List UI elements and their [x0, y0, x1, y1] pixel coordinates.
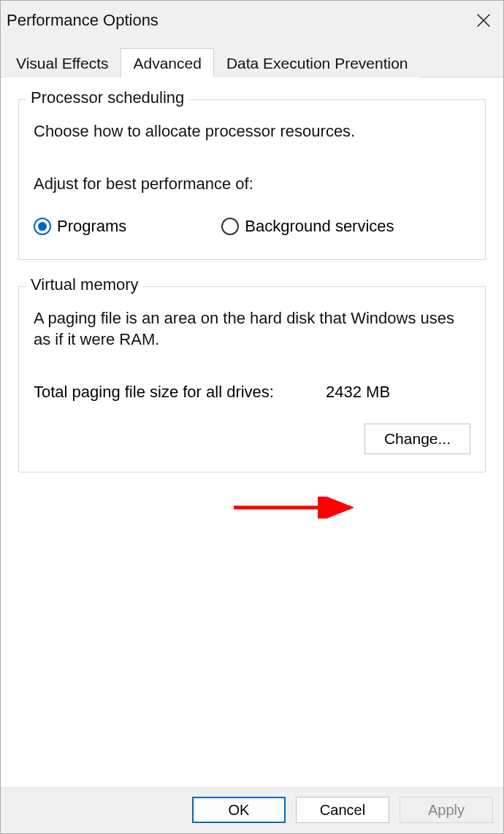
- radio-programs[interactable]: Programs: [34, 217, 126, 236]
- radio-icon: [34, 218, 51, 235]
- processor-scheduling-group: Processor scheduling Choose how to alloc…: [18, 99, 486, 260]
- processor-scheduling-title: Processor scheduling: [26, 88, 188, 107]
- close-button[interactable]: [464, 1, 503, 40]
- close-icon: [476, 12, 492, 28]
- performance-options-dialog: Performance Options Visual Effects Advan…: [0, 0, 504, 834]
- change-button-row: Change...: [34, 424, 470, 454]
- tab-strip: Visual Effects Advanced Data Execution P…: [1, 40, 503, 77]
- radio-background-label: Background services: [245, 217, 394, 236]
- tab-content-advanced: Processor scheduling Choose how to alloc…: [1, 77, 503, 787]
- apply-button: Apply: [400, 797, 493, 823]
- processor-scheduling-subtitle: Adjust for best performance of:: [34, 175, 470, 194]
- cancel-button[interactable]: Cancel: [296, 797, 389, 823]
- title-bar: Performance Options: [1, 1, 503, 40]
- paging-file-size-label: Total paging file size for all drives:: [34, 383, 326, 402]
- dialog-button-bar: OK Cancel Apply: [1, 787, 503, 833]
- virtual-memory-title: Virtual memory: [26, 275, 143, 294]
- tab-advanced[interactable]: Advanced: [121, 48, 213, 77]
- radio-row: Programs Background services: [34, 217, 470, 236]
- virtual-memory-group: Virtual memory A paging file is an area …: [18, 286, 486, 473]
- radio-background-services[interactable]: Background services: [221, 217, 394, 236]
- virtual-memory-description: A paging file is an area on the hard dis…: [34, 307, 470, 351]
- arrow-annotation-icon: [230, 497, 362, 519]
- change-button[interactable]: Change...: [364, 424, 470, 454]
- paging-file-size-row: Total paging file size for all drives: 2…: [34, 383, 470, 402]
- radio-icon: [221, 218, 239, 235]
- tab-visual-effects[interactable]: Visual Effects: [4, 48, 121, 77]
- tab-data-execution-prevention[interactable]: Data Execution Prevention: [214, 48, 421, 77]
- dialog-title: Performance Options: [7, 11, 159, 30]
- radio-programs-label: Programs: [57, 217, 126, 236]
- processor-scheduling-description: Choose how to allocate processor resourc…: [34, 120, 470, 142]
- ok-button[interactable]: OK: [192, 797, 286, 823]
- paging-file-size-value: 2432 MB: [326, 383, 390, 402]
